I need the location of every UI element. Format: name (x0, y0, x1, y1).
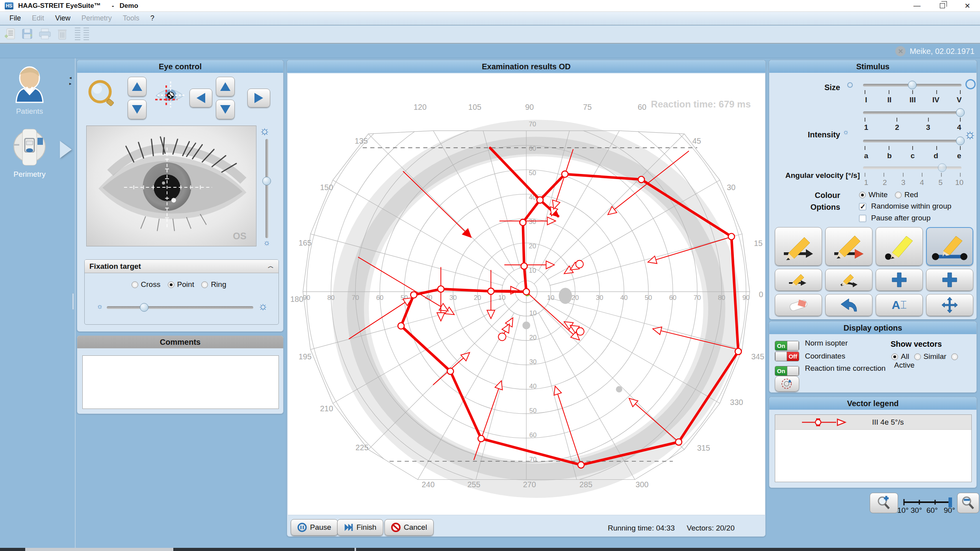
chart-zoom-in-button[interactable] (870, 493, 898, 513)
svg-text:30: 30 (596, 294, 603, 301)
tool-move[interactable] (926, 294, 973, 316)
patient-info-bar: Meike, 02.02.1971 (0, 44, 980, 58)
fixation-radio-point[interactable] (168, 281, 174, 288)
eye-right-button[interactable] (247, 89, 270, 107)
cancel-label: Cancel (404, 523, 427, 532)
tool-text-label[interactable]: A⌶ (876, 294, 923, 316)
svg-text:70: 70 (529, 120, 536, 128)
svg-text:60: 60 (529, 145, 536, 152)
brightness-down-icon[interactable]: ☼ (263, 238, 270, 247)
colour-radio-red[interactable] (895, 192, 902, 198)
magnifier-icon[interactable] (87, 78, 116, 109)
fixation-radio-cross[interactable] (132, 281, 138, 288)
minimize-button[interactable]: — (904, 0, 930, 11)
titlebar: HS HAAG-STREIT EyeSuite™ - Demo — ✕ (0, 0, 980, 12)
size-slider-thumb[interactable] (908, 81, 917, 89)
tool-add-plus[interactable] (876, 269, 923, 291)
vector-legend-label: III 4e 5°/s (872, 418, 904, 427)
finish-button[interactable]: Finish (337, 519, 383, 536)
show-vectors-radio-all[interactable] (891, 353, 898, 360)
tool-edit-vector[interactable] (775, 227, 822, 266)
chart-zoom-slider[interactable]: 10° 30° 60° 90° (902, 497, 954, 515)
svg-text:60: 60 (529, 431, 537, 439)
eye-image-slider-thumb[interactable] (262, 177, 271, 185)
collapse-icon[interactable]: ︿ (268, 263, 274, 270)
tool-edit-vector-red[interactable] (825, 227, 872, 266)
randomise-label: Randomise within group (871, 202, 951, 210)
sidebar-item-patients[interactable]: Patients (0, 66, 59, 116)
coordinates-toggle[interactable]: Off (775, 351, 799, 361)
randomise-checkbox[interactable] (859, 203, 866, 210)
tool-add-plus-2[interactable] (926, 269, 973, 291)
intensity-slider1-track[interactable] (863, 111, 961, 114)
vector-legend-entry[interactable]: III 4e 5°/s (775, 415, 971, 430)
menu-view[interactable]: View (50, 12, 76, 25)
fixation-dim-icon[interactable]: ☼ (97, 302, 103, 311)
close-button[interactable]: ✕ (955, 0, 980, 11)
tool-eraser[interactable] (775, 294, 822, 316)
splitter-handle[interactable] (72, 293, 74, 310)
chart-area[interactable]: 1020304050607010203040506070102030405060… (288, 74, 765, 515)
svg-text:150: 150 (320, 183, 333, 192)
show-vectors-radio-active[interactable] (951, 353, 958, 360)
eye-left-button[interactable] (189, 89, 212, 107)
svg-text:90: 90 (303, 294, 310, 301)
panel-splitter[interactable] (75, 58, 76, 548)
restore-button[interactable] (930, 0, 955, 11)
chart-zoom-out-button[interactable] (957, 493, 979, 513)
svg-text:30: 30 (529, 218, 536, 226)
eye-up-button[interactable] (128, 77, 147, 96)
reaction-correction-row: On Reaction time correction (775, 364, 885, 376)
reaction-correction-toggle[interactable]: On (775, 366, 799, 376)
vector-legend-list[interactable]: III 4e 5°/s (775, 414, 972, 482)
splitter-arrows-icon[interactable]: ◂▸ (69, 75, 72, 87)
fixation-slider-thumb[interactable] (140, 303, 148, 312)
pause-after-group-checkbox[interactable] (859, 215, 866, 222)
restore-icon (940, 3, 945, 8)
brightness-up-icon[interactable]: ☼ (259, 124, 270, 137)
patients-icon (11, 66, 48, 105)
tool-edit-line[interactable] (926, 227, 973, 266)
chart-settings-button[interactable] (775, 376, 799, 392)
fixation-bright-icon[interactable]: ☼ (258, 300, 268, 312)
display-options-header: Display options (769, 322, 976, 334)
norm-isopter-row: On Norm isopter (775, 339, 848, 351)
svg-text:30: 30 (529, 358, 537, 366)
tool-small-vector[interactable] (775, 269, 822, 291)
menu-help[interactable]: ? (145, 12, 160, 25)
tool-undo[interactable] (825, 294, 872, 316)
menu-file[interactable]: File (4, 12, 26, 25)
show-vectors-radio-similar[interactable] (914, 353, 921, 360)
colour-radio-white[interactable] (859, 192, 866, 198)
pause-button[interactable]: Pause (291, 519, 338, 536)
expand-sidebar-button[interactable] (60, 141, 72, 158)
intensity-slider2-track[interactable] (863, 140, 961, 142)
tool-edit-point[interactable] (876, 227, 923, 266)
norm-isopter-toggle[interactable]: On (775, 341, 799, 351)
svg-text:20: 20 (529, 334, 537, 341)
svg-text:70: 70 (694, 294, 701, 301)
intensity-ticks-1 (865, 118, 961, 122)
cancel-button[interactable]: Cancel (384, 519, 434, 536)
intensity-slider1-thumb[interactable] (956, 108, 965, 117)
intensity-slider2-thumb[interactable] (956, 137, 965, 145)
eye-image-slider-track[interactable] (265, 139, 268, 238)
fixation-radio-ring[interactable] (201, 281, 208, 288)
print-icon (37, 27, 53, 42)
kinetic-perimetry-chart[interactable]: 1020304050607010203040506070102030405060… (288, 74, 765, 515)
eye-down-button-2[interactable] (216, 100, 235, 119)
eye-up-button-2[interactable] (216, 77, 235, 96)
pause-after-group-label: Pause after group (871, 214, 930, 222)
tool-small-vector-curved[interactable] (825, 269, 872, 291)
eye-down-button[interactable] (128, 100, 147, 119)
sidebar-item-perimetry[interactable]: Perimetry (0, 127, 59, 179)
norm-isopter-label: Norm isopter (805, 339, 848, 347)
pause-label: Pause (310, 523, 331, 532)
comments-textarea[interactable] (82, 355, 279, 409)
svg-text:165: 165 (299, 239, 312, 247)
eye-tracking-icon[interactable] (154, 81, 185, 108)
fixation-label-ring: Ring (211, 280, 226, 288)
show-vectors-label-all: All (901, 352, 909, 361)
taskbar (0, 548, 980, 551)
fixation-slider-track[interactable] (107, 306, 253, 309)
